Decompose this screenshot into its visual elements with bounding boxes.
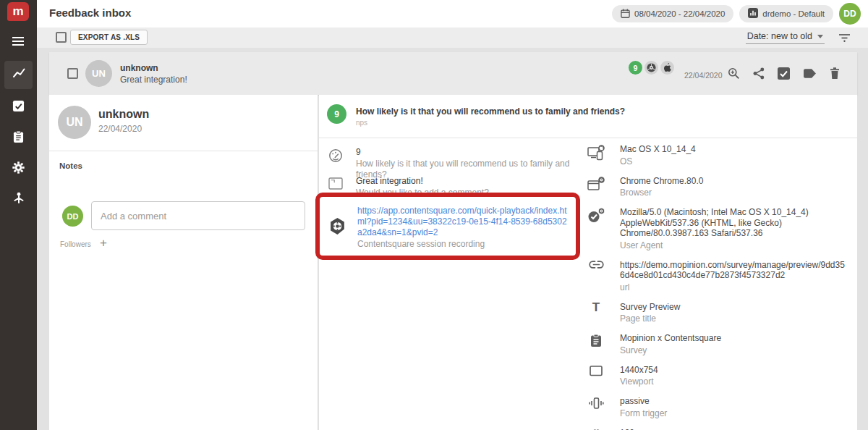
meta-row-survey: Mopinion x ContentsquareSurvey <box>587 333 848 355</box>
nps-score-badge: 9 <box>629 61 642 75</box>
detail-avatar: UN <box>58 106 91 139</box>
list-toolbar: EXPORT AS .XLS Date: new to old <box>37 28 868 48</box>
zoom-icon[interactable] <box>728 67 740 80</box>
tag-icon[interactable] <box>803 68 817 79</box>
meta-row-url: https://demo.mopinion.com/survey/manage/… <box>587 260 848 292</box>
detail-user-name: unknown <box>98 108 149 121</box>
row-actions <box>728 67 840 80</box>
bar-chart-icon <box>748 8 758 20</box>
comment-avatar: DD <box>62 206 83 227</box>
gear-icon <box>12 161 25 177</box>
select-all-checkbox[interactable] <box>56 32 67 43</box>
sidebar-item-feedback[interactable] <box>4 61 33 89</box>
nps-type-label: nps <box>356 119 625 127</box>
add-comment-input[interactable] <box>91 201 305 230</box>
meta-label: Survey <box>620 345 721 355</box>
link-icon <box>587 260 605 292</box>
clipboard-icon <box>587 333 605 355</box>
line-chart-icon <box>12 67 26 84</box>
contentsquare-icon <box>328 206 346 256</box>
meta-label: Form trigger <box>620 408 667 418</box>
sidebar: m <box>0 0 37 430</box>
meta-label: User Agent <box>620 240 848 250</box>
useragent-chrome-icon <box>587 207 605 250</box>
add-follower-button[interactable]: + <box>100 236 107 250</box>
row-avatar-initials: UN <box>92 68 106 79</box>
pie-chart-icon <box>587 428 605 430</box>
trash-icon[interactable] <box>830 67 840 80</box>
mopinion-logo[interactable]: m <box>7 2 29 21</box>
sidebar-item-actions[interactable] <box>4 93 33 122</box>
answer-comment-value: Great integration! <box>356 176 489 187</box>
meta-row-viewport: 1440x754Viewport <box>587 365 848 387</box>
sidebar-item-integrations[interactable] <box>4 185 33 214</box>
top-header: Feedback inbox 08/04/2020 - 22/04/2020 d… <box>37 0 868 28</box>
meta-url-link[interactable]: https://demo.mopinion.com/survey/manage/… <box>620 260 848 281</box>
notes-title: Notes <box>59 161 82 170</box>
meta-label: Viewport <box>620 376 658 387</box>
detail-avatar-initials: UN <box>66 116 82 129</box>
meta-value: passive <box>620 396 667 407</box>
meta-label: Browser <box>620 187 703 198</box>
meta-value: Mopinion x Contentsquare <box>620 333 721 344</box>
clipboard-icon <box>13 130 24 146</box>
detail-content-panel: 9 How likely is it that you will recomme… <box>319 95 857 430</box>
row-date: 22/04/2020 <box>684 71 723 80</box>
date-range-selector[interactable]: 08/04/2020 - 22/04/2020 <box>612 5 733 22</box>
sidebar-item-reports[interactable] <box>4 124 33 152</box>
mark-done-checkbox-icon[interactable] <box>778 67 790 80</box>
metadata-column: Mac OS X 10_14_4OS Chrome Chrome.80.0Bro… <box>587 144 848 430</box>
answer-nps-value: 9 <box>356 147 595 158</box>
meta-row-useragent: Mozilla/5.0 (Macintosh; Intel Mac OS X 1… <box>587 207 848 250</box>
divider <box>49 151 318 151</box>
meta-label: OS <box>620 156 696 166</box>
chrome-browser-badge-icon <box>644 61 658 75</box>
task-check-icon <box>12 100 25 115</box>
calendar-icon <box>621 9 630 20</box>
user-avatar[interactable]: DD <box>839 3 861 25</box>
divider <box>319 138 857 138</box>
apple-os-badge-icon <box>660 61 674 75</box>
nps-header-score-badge: 9 <box>327 104 346 124</box>
meta-value: 1440x754 <box>620 365 658 376</box>
meta-value: Mac OS X 10_14_4 <box>620 144 696 155</box>
detail-user-panel: UN unknown 22/04/2020 Notes DD Followers… <box>49 95 318 430</box>
browser-chrome-icon <box>587 176 605 198</box>
report-selector[interactable]: drdemo - Default <box>739 5 833 22</box>
date-range-label: 08/04/2020 - 22/04/2020 <box>634 9 725 18</box>
share-icon[interactable] <box>753 67 765 80</box>
hamburger-menu-icon[interactable] <box>12 36 25 49</box>
meta-row-os: Mac OS X 10_14_4OS <box>587 144 848 166</box>
comment-avatar-initials: DD <box>67 212 79 221</box>
meta-row-completion: 100Form completion percentage <box>587 428 848 430</box>
devices-apple-icon <box>587 144 605 166</box>
meta-value: Survey Preview <box>620 302 680 313</box>
row-checkbox[interactable] <box>67 68 78 79</box>
detail-user-date: 22/04/2020 <box>98 124 142 134</box>
logo-letter: m <box>12 4 23 19</box>
row-user-name: unknown <box>120 63 158 73</box>
nps-header: 9 How likely is it that you will recomme… <box>327 104 625 127</box>
feedback-list-row[interactable]: UN unknown Great integration! 9 22/04/20… <box>49 52 857 95</box>
sidebar-item-settings[interactable] <box>4 155 33 183</box>
meta-value: 100 <box>620 428 731 430</box>
vibrate-icon <box>587 396 605 418</box>
session-recording-highlight: https://app.contentsquare.com/quick-play… <box>315 193 580 260</box>
row-badges: 9 <box>629 61 674 75</box>
report-selector-label: drdemo - Default <box>762 9 825 18</box>
chevron-down-icon <box>817 35 823 38</box>
page-title: Feedback inbox <box>49 7 131 19</box>
meta-row-browser: Chrome Chrome.80.0Browser <box>587 176 848 198</box>
sort-dropdown[interactable]: Date: new to old <box>746 31 825 44</box>
row-avatar: UN <box>85 60 112 87</box>
export-xls-button[interactable]: EXPORT AS .XLS <box>70 30 148 45</box>
session-recording-link[interactable]: https://app.contentsquare.com/quick-play… <box>357 206 569 238</box>
filter-icon[interactable] <box>838 33 851 46</box>
nps-header-question: How likely is it that you will recommend… <box>356 104 625 117</box>
meta-label: url <box>620 282 848 292</box>
meta-row-form-trigger: passiveForm trigger <box>587 396 848 418</box>
header-right-cluster: 08/04/2020 - 22/04/2020 drdemo - Default… <box>612 3 861 25</box>
viewport-icon <box>587 365 605 387</box>
meta-label: Page title <box>620 313 680 324</box>
meta-row-page-title: T Survey PreviewPage title <box>587 302 848 324</box>
